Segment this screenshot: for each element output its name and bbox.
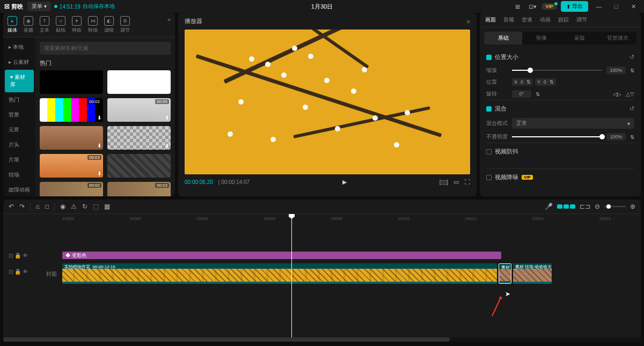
subtab-cutout[interactable]: 抠像: [522, 32, 560, 45]
search-input[interactable]: 搜索素材名称/元素: [40, 42, 171, 55]
close-button[interactable]: ✕: [627, 1, 640, 12]
tab-audio[interactable]: ◉音频: [24, 16, 33, 34]
redo-button[interactable]: ↷: [19, 203, 25, 210]
tab-transition[interactable]: ⋈转场: [88, 16, 98, 34]
shortcut-icon[interactable]: ⊞: [512, 1, 523, 12]
tab-media[interactable]: ▸媒体: [8, 16, 17, 34]
download-icon[interactable]: ⬇: [165, 115, 169, 121]
export-button[interactable]: ⬆ 导出: [561, 1, 588, 12]
insp-tab-picture[interactable]: 画面: [485, 16, 496, 24]
play-button[interactable]: ▶: [342, 179, 347, 186]
tool-button[interactable]: ⚠: [71, 203, 77, 210]
nav-intro[interactable]: 片头: [3, 137, 35, 152]
zoom-out-icon[interactable]: ⊖: [595, 203, 600, 210]
layout-icon[interactable]: ⊡▾: [527, 1, 538, 12]
thumb-item[interactable]: ⬇: [40, 126, 103, 150]
thumb-item[interactable]: 00:55⬇: [107, 98, 171, 122]
fullscreen-icon[interactable]: ⛶: [464, 179, 470, 186]
nav-bg[interactable]: 背景: [3, 107, 35, 122]
thumb-item[interactable]: ⬇: [107, 126, 171, 150]
nav-local[interactable]: ▸ 本地: [3, 40, 35, 55]
timeline-body[interactable]: 10000 10002 10004 10006 10008 10010 1001…: [3, 214, 641, 337]
zoom-slider[interactable]: [604, 206, 626, 207]
reset-icon[interactable]: ↺: [630, 54, 634, 61]
video-clip[interactable]: 实拍植物开花 00:00:12:19: [62, 263, 497, 284]
nav-cloud[interactable]: ▸ 云素材: [3, 55, 35, 70]
track-toggle[interactable]: [557, 204, 575, 209]
tab-text[interactable]: T文本: [40, 16, 49, 34]
track-controls[interactable]: ⊡ 🔒 👁: [9, 269, 28, 275]
thumb-item[interactable]: 00:02⬇: [40, 98, 103, 122]
scale-slider[interactable]: [512, 70, 602, 71]
nav-hot[interactable]: 热门: [3, 92, 35, 107]
tool-button[interactable]: ↻: [82, 203, 87, 210]
thumb-item[interactable]: [107, 70, 171, 94]
download-icon[interactable]: ⬇: [97, 171, 101, 176]
compare-icon[interactable]: [◫]: [440, 179, 448, 186]
nav-glitch[interactable]: 故障动画: [3, 182, 35, 196]
checkbox-icon[interactable]: [486, 149, 492, 154]
cover-label[interactable]: 封面: [46, 270, 57, 278]
blend-mode-select[interactable]: 正常▾: [512, 118, 634, 129]
flip-h-icon[interactable]: ◁▷: [613, 91, 621, 97]
download-icon[interactable]: ⬇: [97, 115, 101, 121]
ratio-icon[interactable]: ▭: [453, 179, 459, 186]
tool-button[interactable]: ◉: [60, 203, 65, 210]
opacity-value[interactable]: 100%: [606, 133, 626, 141]
thumb-item[interactable]: [40, 70, 103, 94]
pos-x-input[interactable]: X 0 ⇅: [512, 78, 533, 86]
tab-adjust[interactable]: ⚙调节: [120, 16, 130, 34]
tab-sticker[interactable]: ☺贴纸: [56, 16, 65, 34]
insp-tab-speed[interactable]: 变速: [522, 16, 532, 24]
mic-icon[interactable]: 🎤: [545, 203, 553, 210]
tool-button[interactable]: ⬚: [93, 203, 99, 210]
thumb-item[interactable]: 00:03: [107, 182, 171, 196]
thumb-item[interactable]: 00:02: [40, 182, 103, 196]
timeline-scrollbar[interactable]: [3, 337, 641, 342]
zoom-in-icon[interactable]: ⊕: [630, 203, 635, 210]
magnet-icon[interactable]: ⊏⊐: [580, 203, 590, 210]
tab-filter[interactable]: ◐滤镜: [104, 16, 114, 34]
reset-icon[interactable]: ↺: [630, 105, 634, 112]
insp-tab-track[interactable]: 跟踪: [558, 16, 569, 24]
subtab-bgfill[interactable]: 背景填充: [598, 32, 636, 45]
track-controls[interactable]: ⊡ 🔒 👁: [9, 253, 28, 259]
nav-outro[interactable]: 片尾: [3, 152, 35, 167]
nav-trans[interactable]: 转场: [3, 167, 35, 182]
tool-button[interactable]: ▦: [104, 203, 110, 210]
maximize-button[interactable]: □: [610, 1, 623, 12]
thumb-item[interactable]: 00:03⬇: [40, 154, 103, 178]
undo-button[interactable]: ↶: [9, 203, 14, 210]
delete-button[interactable]: □: [45, 203, 49, 210]
opacity-slider[interactable]: [512, 136, 602, 137]
checkbox-icon[interactable]: [486, 175, 492, 180]
checkbox-icon[interactable]: [486, 55, 492, 60]
download-icon[interactable]: ⬇: [165, 143, 169, 149]
video-clip[interactable]: 素材 转场 哈哈哈大笑 00: [513, 263, 552, 284]
video-clip-selected[interactable]: 素材 转: [499, 263, 511, 284]
stepper-icon[interactable]: ⇅: [630, 134, 634, 140]
subtab-mask[interactable]: 蒙版: [560, 32, 598, 45]
insp-tab-anim[interactable]: 动画: [540, 16, 551, 24]
rotation-input[interactable]: 0°: [512, 90, 531, 98]
playhead[interactable]: [291, 214, 292, 337]
split-button[interactable]: ⎌: [36, 203, 40, 210]
pos-y-input[interactable]: Y 0 ⇅: [535, 78, 556, 86]
scale-value[interactable]: 100%: [606, 67, 626, 74]
adjustment-clip[interactable]: ◆ 变彩色: [62, 252, 501, 259]
stepper-icon[interactable]: ⇅: [630, 68, 634, 73]
minimize-button[interactable]: —: [592, 1, 605, 12]
menu-button[interactable]: 菜单 ▾: [27, 2, 51, 11]
thumb-item[interactable]: [107, 154, 171, 178]
player-menu-icon[interactable]: ≡: [467, 18, 470, 25]
checkbox-icon[interactable]: [486, 106, 492, 112]
flip-v-icon[interactable]: △▽: [626, 91, 634, 97]
insp-tab-audio[interactable]: 音频: [503, 16, 514, 24]
vip-badge[interactable]: VIP: [542, 3, 557, 10]
subtab-basic[interactable]: 基础: [484, 32, 522, 45]
preview-viewport[interactable]: [185, 30, 470, 174]
stepper-icon[interactable]: ⇅: [536, 91, 540, 97]
nav-library[interactable]: ▾ 素材库: [5, 70, 34, 92]
download-icon[interactable]: ⬇: [97, 143, 101, 149]
insp-tab-adjust[interactable]: 调节: [576, 16, 587, 24]
